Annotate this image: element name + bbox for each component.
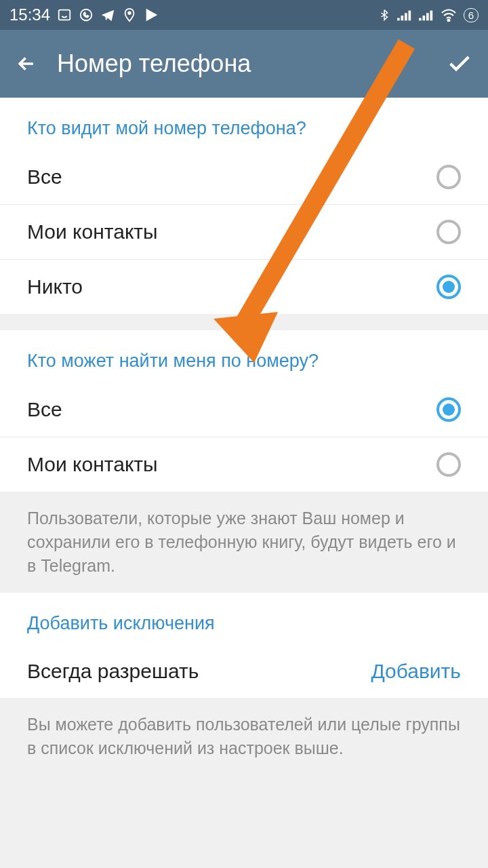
option-label: Все [27, 398, 62, 421]
info-text-find: Пользователи, которые уже знают Ваш номе… [0, 492, 488, 593]
svg-rect-3 [397, 18, 400, 21]
radio-icon [436, 275, 461, 299]
signal-icon-2 [419, 9, 434, 21]
page-title: Номер телефона [57, 50, 446, 78]
svg-point-11 [447, 20, 449, 22]
status-time: 15:34 [9, 5, 50, 24]
play-icon [144, 7, 159, 22]
bluetooth-icon [378, 7, 390, 22]
svg-rect-8 [422, 16, 425, 20]
message-icon [57, 7, 72, 22]
option-nobody[interactable]: Никто [0, 260, 488, 314]
svg-rect-9 [426, 13, 429, 20]
option-label: Все [27, 165, 62, 189]
action-label: Всегда разрешать [27, 660, 199, 683]
battery-indicator: 6 [464, 8, 479, 22]
section-exceptions-header: Добавить исключения [0, 593, 488, 645]
back-button[interactable] [15, 52, 38, 75]
svg-rect-6 [408, 11, 411, 21]
svg-point-1 [81, 9, 92, 21]
radio-icon [436, 397, 461, 422]
location-icon [122, 7, 137, 22]
option-everyone-1[interactable]: Все [0, 150, 488, 205]
svg-rect-4 [401, 16, 403, 20]
radio-icon [436, 220, 461, 244]
confirm-button[interactable] [446, 50, 473, 77]
svg-rect-5 [405, 13, 407, 20]
signal-icon-1 [397, 9, 412, 21]
section-who-sees-header: Кто видит мой номер телефона? [0, 98, 488, 150]
whatsapp-icon [79, 7, 94, 22]
svg-rect-0 [59, 10, 70, 20]
option-contacts-2[interactable]: Мои контакты [0, 437, 488, 492]
option-everyone-2[interactable]: Все [0, 382, 488, 437]
radio-icon [436, 452, 461, 477]
section-who-finds-header: Кто может найти меня по номеру? [0, 330, 488, 382]
option-contacts-1[interactable]: Мои контакты [0, 205, 488, 260]
add-link[interactable]: Добавить [371, 660, 461, 683]
always-allow-row[interactable]: Всегда разрешать Добавить [0, 645, 488, 698]
option-label: Никто [27, 275, 83, 298]
info-text-exceptions: Вы можете добавить пользователей или цел… [0, 698, 488, 775]
svg-rect-10 [430, 11, 432, 21]
svg-point-2 [128, 12, 131, 14]
svg-rect-7 [419, 18, 422, 21]
telegram-icon [100, 7, 115, 22]
radio-icon [436, 165, 461, 189]
app-header: Номер телефона [0, 30, 488, 98]
status-bar: 15:34 6 [0, 0, 488, 30]
wifi-icon [441, 8, 457, 22]
option-label: Мои контакты [27, 220, 158, 243]
option-label: Мои контакты [27, 453, 158, 476]
